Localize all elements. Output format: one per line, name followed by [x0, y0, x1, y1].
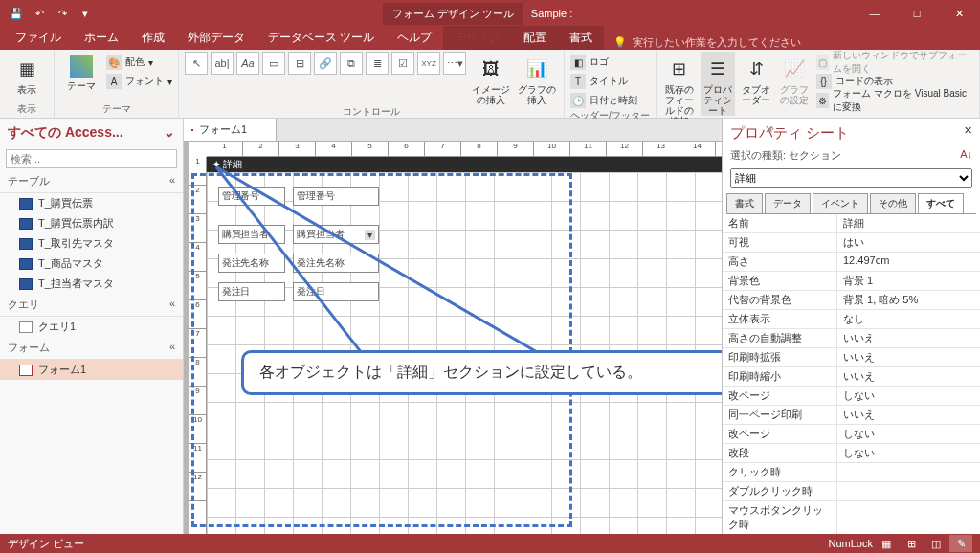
tab-home[interactable]: ホーム [73, 26, 130, 50]
property-row[interactable]: 印刷時拡張いいえ [723, 348, 980, 367]
layout-view-button[interactable]: ◫ [924, 535, 947, 552]
tab-file[interactable]: ファイル [4, 26, 73, 50]
close-icon[interactable]: ✕ [964, 124, 972, 143]
nav-cat-tables[interactable]: テーブル« [0, 170, 183, 193]
close-tab-icon[interactable]: ✕ [765, 123, 773, 136]
property-row[interactable]: クリック時 [723, 463, 980, 482]
property-value[interactable]: はい [837, 233, 980, 252]
property-row[interactable]: 印刷時縮小いいえ [723, 367, 980, 387]
maximize-button[interactable]: □ [896, 0, 938, 27]
label-control-icon[interactable]: Aa [236, 52, 259, 75]
nav-item[interactable]: T_購買伝票内訳 [0, 213, 183, 233]
property-row[interactable]: 可視はい [723, 233, 980, 253]
property-row[interactable]: マウスボタンクリック時 [723, 501, 980, 534]
prop-tab[interactable]: 書式 [726, 193, 763, 213]
property-row[interactable]: ダブルクリック時 [723, 482, 980, 501]
nav-item[interactable]: クエリ1 [0, 317, 183, 337]
property-row[interactable]: 改ページしない [723, 425, 980, 444]
property-row[interactable]: 立体表示なし [723, 310, 980, 329]
property-row[interactable]: 同一ページ印刷いいえ [723, 406, 980, 425]
link-control-icon[interactable]: 🔗 [314, 52, 337, 75]
nav-header[interactable]: すべての Access... ⌄ [0, 119, 183, 147]
qat-customize-icon[interactable]: ▾ [75, 3, 96, 24]
form-field[interactable]: 管理番号 管理番号 [218, 187, 379, 206]
field-label[interactable]: 購買担当者 [218, 225, 285, 244]
themes-button[interactable]: テーマ [60, 52, 102, 91]
tab-format[interactable]: 書式 [558, 26, 604, 50]
property-row[interactable]: 改段しない [723, 444, 980, 463]
checkbox-control-icon[interactable]: ☑ [391, 52, 414, 75]
property-value[interactable]: 詳細 [837, 214, 980, 232]
form-view-button[interactable]: ▦ [875, 535, 898, 552]
prop-tab[interactable]: イベント [813, 193, 868, 213]
tab-external[interactable]: 外部データ [176, 26, 256, 50]
design-view-button[interactable]: ✎ [949, 535, 972, 552]
field-label[interactable]: 発注先名称 [218, 254, 285, 273]
tab-dbtools[interactable]: データベース ツール [256, 26, 386, 50]
field-label[interactable]: 発注日 [218, 282, 285, 301]
xyz-control-icon[interactable]: XYZ [417, 52, 440, 75]
tab-arrange[interactable]: 配置 [512, 26, 558, 50]
nav-item[interactable]: T_取引先マスタ [0, 233, 183, 254]
save-icon[interactable]: 💾 [6, 3, 27, 24]
nav-item[interactable]: T_購買伝票 [0, 193, 183, 213]
minimize-button[interactable]: — [854, 0, 896, 27]
property-value[interactable]: 背景 1 [837, 272, 980, 290]
nav-cat-forms[interactable]: フォーム« [0, 337, 183, 360]
field-control[interactable]: 発注先名称 [293, 254, 379, 273]
property-value[interactable]: 12.497cm [837, 253, 980, 271]
close-button[interactable]: ✕ [938, 0, 980, 27]
form-field[interactable]: 発注日 発注日 [218, 282, 379, 301]
select-control-icon[interactable]: ↖ [185, 52, 208, 75]
field-label[interactable]: 管理番号 [218, 187, 285, 206]
field-control[interactable]: 管理番号 [293, 187, 379, 206]
nav-item[interactable]: フォーム1 [0, 360, 183, 380]
redo-icon[interactable]: ↷ [52, 3, 73, 24]
button-control-icon[interactable]: ▭ [262, 52, 285, 75]
nav-item[interactable]: T_商品マスタ [0, 254, 183, 274]
chevron-down-icon[interactable]: ⌄ [164, 124, 175, 142]
prop-tab[interactable]: データ [765, 193, 811, 213]
property-row[interactable]: 改ページしない [723, 387, 980, 406]
view-button[interactable]: ▦ 表示 [6, 52, 48, 95]
insert-chart-button[interactable]: 📊 グラフの挿入 [516, 52, 558, 105]
property-value[interactable] [837, 463, 980, 481]
form-field[interactable]: 発注先名称 発注先名称 [218, 254, 379, 273]
prop-tab[interactable]: その他 [870, 193, 916, 213]
section-bar-detail[interactable]: ✦ 詳細 [207, 157, 722, 172]
combo-control-icon[interactable]: ⧉ [340, 52, 363, 75]
design-grid[interactable]: 管理番号 管理番号 購買担当者 購買担当者 発注先名称 発注先名称 発注日 発注… [207, 172, 722, 534]
selection-combo[interactable]: 詳細 [730, 168, 972, 188]
property-row[interactable]: 高さ12.497cm [723, 253, 980, 272]
tell-me[interactable]: 💡 実行したい作業を入力してください [604, 35, 811, 50]
property-value[interactable]: いいえ [837, 329, 980, 347]
property-row[interactable]: 代替の背景色背景 1, 暗め 5% [723, 291, 980, 310]
property-value[interactable]: いいえ [837, 348, 980, 366]
tab-control-icon[interactable]: ⊟ [288, 52, 311, 75]
property-row[interactable]: 背景色背景 1 [723, 272, 980, 291]
property-value[interactable] [837, 501, 980, 534]
fonts-button[interactable]: Aフォント▾ [106, 73, 172, 90]
undo-icon[interactable]: ↶ [29, 3, 50, 24]
nav-item[interactable]: T_担当者マスタ [0, 274, 183, 294]
add-fields-button[interactable]: ⊞ 既存のフィールドの追加 [662, 52, 697, 126]
property-row[interactable]: 名前詳細 [723, 214, 980, 233]
property-value[interactable]: しない [837, 387, 980, 405]
property-sheet-button[interactable]: ☰ プロパティシート [701, 52, 735, 116]
property-value[interactable]: いいえ [837, 367, 980, 386]
title-button[interactable]: Tタイトル [570, 73, 637, 90]
textbox-control-icon[interactable]: ab| [211, 52, 234, 75]
datasheet-view-button[interactable]: ⊞ [900, 535, 923, 552]
list-control-icon[interactable]: ≣ [366, 52, 389, 75]
property-value[interactable] [837, 482, 980, 500]
prop-tab[interactable]: すべて [918, 193, 964, 213]
property-value[interactable]: いいえ [837, 406, 980, 424]
datetime-button[interactable]: 🕒日付と時刻 [570, 92, 637, 109]
property-value[interactable]: 背景 1, 暗め 5% [837, 291, 980, 309]
nav-cat-queries[interactable]: クエリ« [0, 294, 183, 317]
tab-design[interactable]: デザイン [443, 26, 512, 50]
tab-order-button[interactable]: ⇵ タブオーダー [739, 52, 773, 105]
property-value[interactable]: しない [837, 444, 980, 462]
more-controls-icon[interactable]: ⋯▾ [443, 52, 466, 75]
search-input[interactable] [6, 149, 177, 168]
